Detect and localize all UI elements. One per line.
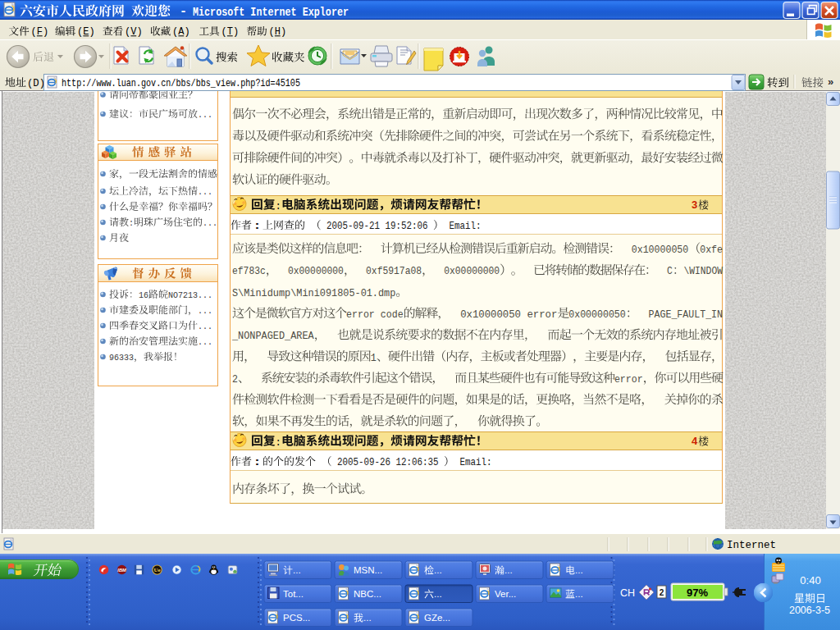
- svg-text:C: C: [667, 265, 673, 277]
- svg-text:(D): (D): [27, 78, 45, 89]
- svg-text:...: ...: [434, 565, 442, 575]
- svg-text:3: 3: [692, 199, 697, 211]
- svg-text:IBM: IBM: [117, 568, 126, 573]
- svg-text:MSN...: MSN...: [354, 565, 382, 575]
- svg-text:0x00000000: 0x00000000: [288, 265, 344, 277]
- svg-text:Ue: Ue: [153, 567, 160, 573]
- svg-text:...: ...: [575, 565, 583, 575]
- svg-text:0x10000050 error: 0x10000050 error: [460, 308, 557, 321]
- svg-text:...: ...: [198, 322, 212, 331]
- svg-text:Microsoft Internet Explorer: Microsoft Internet Explorer: [193, 6, 349, 19]
- svg-text::: :: [252, 221, 262, 232]
- svg-text:...: ...: [198, 337, 212, 347]
- svg-text:...: ...: [198, 110, 212, 120]
- svg-text:97%: 97%: [687, 587, 708, 599]
- svg-text::: :: [276, 200, 281, 212]
- svg-text:2: 2: [232, 373, 238, 386]
- svg-text:...: ...: [434, 589, 442, 599]
- svg-text:GZe...: GZe...: [424, 613, 450, 623]
- svg-text:2: 2: [660, 588, 664, 597]
- svg-text::: :: [129, 218, 134, 228]
- svg-text:...: ...: [198, 290, 212, 300]
- svg-text:0:40: 0:40: [800, 574, 820, 587]
- svg-text:Email:: Email:: [450, 221, 482, 232]
- svg-text:2006-3-5: 2006-3-5: [789, 605, 830, 616]
- svg-text:2005-09-21 19:52:06: 2005-09-21 19:52:06: [326, 221, 428, 232]
- svg-text:PAGE_FAULT_IN: PAGE_FAULT_IN: [649, 308, 723, 321]
- svg-text::: :: [276, 436, 281, 449]
- svg-text:CH: CH: [620, 587, 635, 599]
- svg-text:2005-09-26 12:06:35: 2005-09-26 12:06:35: [337, 457, 439, 468]
- svg-text:0xf5917a08: 0xf5917a08: [366, 265, 422, 277]
- svg-text:-: -: [180, 5, 187, 19]
- svg-text:Internet: Internet: [727, 540, 776, 551]
- svg-text:NO7213: NO7213: [168, 290, 198, 300]
- svg-text:...: ...: [203, 218, 217, 228]
- svg-text:4: 4: [692, 435, 698, 447]
- svg-text:»: »: [828, 75, 833, 88]
- svg-text:http://www.luan.gov.cn/bbs/bbs: http://www.luan.gov.cn/bbs/bbs_view.php?…: [62, 77, 300, 89]
- svg-text:0x10000050: 0x10000050: [632, 244, 689, 256]
- svg-text:Tot...: Tot...: [283, 589, 304, 599]
- svg-text:Ver...: Ver...: [495, 589, 516, 599]
- svg-text:...: ...: [198, 306, 212, 316]
- svg-text:16: 16: [139, 290, 148, 300]
- svg-text:...: ...: [198, 187, 212, 197]
- svg-text:...: ...: [363, 613, 372, 623]
- svg-text:S\Minidump\Mini091805-01.dmp: S\Minidump\Mini091805-01.dmp: [232, 287, 395, 299]
- svg-text:\WINDOW: \WINDOW: [683, 265, 723, 277]
- svg-text:error: error: [614, 373, 643, 386]
- svg-text:...: ...: [575, 589, 583, 599]
- svg-text:1: 1: [371, 352, 377, 364]
- svg-text:...: ...: [504, 565, 513, 575]
- svg-text:Email:: Email:: [460, 457, 492, 468]
- svg-text:_NONPAGED_AREA: _NONPAGED_AREA: [231, 330, 314, 342]
- svg-text:NBC...: NBC...: [354, 589, 381, 599]
- svg-text:0xfe: 0xfe: [700, 244, 723, 256]
- svg-text:error code: error code: [346, 308, 404, 321]
- svg-text:0x00000000: 0x00000000: [444, 265, 500, 277]
- svg-text:PCS...: PCS...: [283, 613, 310, 623]
- svg-text:0x00000050: 0x00000050: [568, 308, 626, 321]
- svg-text:...: ...: [293, 565, 301, 575]
- svg-text::: :: [252, 457, 262, 468]
- svg-text:ef783c: ef783c: [232, 265, 266, 277]
- svg-text:96333: 96333: [109, 353, 134, 363]
